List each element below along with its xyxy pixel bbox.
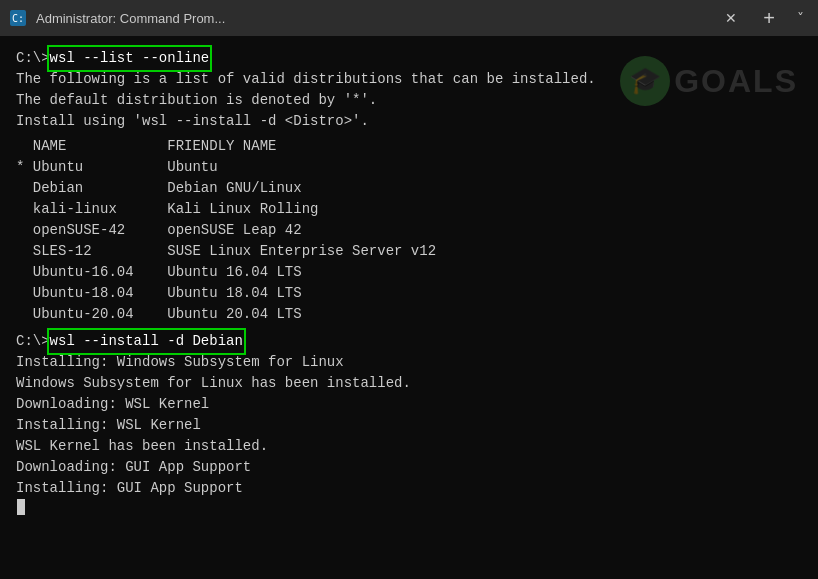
output-text-2: The default distribution is denoted by '… [16,90,377,111]
distro-table: NAME FRIENDLY NAME * Ubuntu Ubuntu Debia… [16,136,802,325]
watermark-text: GOALS [674,63,798,100]
terminal-body: 🎓 GOALS C:\>wsl --list --online The foll… [0,36,818,579]
watermark: 🎓 GOALS [620,56,798,106]
install-line-7: Installing: GUI App Support [16,478,802,499]
install-text-4: Installing: WSL Kernel [16,415,201,436]
cursor-line [16,499,802,515]
install-text-7: Installing: GUI App Support [16,478,243,499]
install-text-6: Downloading: GUI App Support [16,457,251,478]
cmd-icon: C: [8,8,28,28]
table-row: openSUSE-42 openSUSE Leap 42 [16,220,802,241]
chevron-down-button[interactable]: ˅ [791,6,810,30]
table-header: NAME FRIENDLY NAME [16,136,276,157]
output-line-3: Install using 'wsl --install -d <Distro>… [16,111,802,132]
title-bar: C: Administrator: Command Prom... ✕ + ˅ [0,0,818,36]
add-tab-button[interactable]: + [755,5,783,32]
install-line-2: Windows Subsystem for Linux has been ins… [16,373,802,394]
table-row: Ubuntu-18.04 Ubuntu 18.04 LTS [16,283,802,304]
prompt-2: C:\> [16,331,50,352]
command-2-text: wsl --install -d Debian [50,331,243,352]
svg-text:C:: C: [12,13,24,24]
command-1-text: wsl --list --online [50,48,210,69]
install-text-1: Installing: Windows Subsystem for Linux [16,352,344,373]
install-line-1: Installing: Windows Subsystem for Linux [16,352,802,373]
install-line-6: Downloading: GUI App Support [16,457,802,478]
install-line-5: WSL Kernel has been installed. [16,436,802,457]
output-text-1: The following is a list of valid distrib… [16,69,596,90]
table-row: Debian Debian GNU/Linux [16,178,802,199]
table-row: * Ubuntu Ubuntu [16,157,802,178]
table-row: kali-linux Kali Linux Rolling [16,199,802,220]
install-line-4: Installing: WSL Kernel [16,415,802,436]
output-text-3: Install using 'wsl --install -d <Distro>… [16,111,369,132]
install-line-3: Downloading: WSL Kernel [16,394,802,415]
install-text-5: WSL Kernel has been installed. [16,436,268,457]
cursor [17,499,25,515]
table-row: Ubuntu-20.04 Ubuntu 20.04 LTS [16,304,802,325]
command-line-2: C:\>wsl --install -d Debian [16,331,802,352]
table-header-row: NAME FRIENDLY NAME [16,136,802,157]
prompt-1: C:\> [16,48,50,69]
table-row: Ubuntu-16.04 Ubuntu 16.04 LTS [16,262,802,283]
table-row: SLES-12 SUSE Linux Enterprise Server v12 [16,241,802,262]
install-text-3: Downloading: WSL Kernel [16,394,209,415]
window-title: Administrator: Command Prom... [36,11,707,26]
watermark-icon: 🎓 [620,56,670,106]
install-text-2: Windows Subsystem for Linux has been ins… [16,373,411,394]
close-button[interactable]: ✕ [715,6,747,30]
